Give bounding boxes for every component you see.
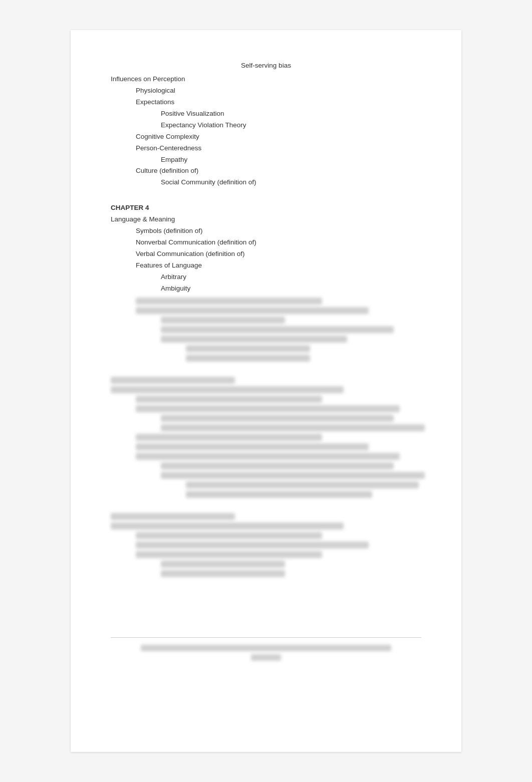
item-self-serving-bias: Self-serving bias <box>111 60 421 72</box>
page: Self-serving bias Influences on Percepti… <box>0 0 532 782</box>
item-expectations: Expectations <box>136 97 421 108</box>
footer-bar <box>111 637 421 661</box>
document: Self-serving bias Influences on Percepti… <box>71 30 461 752</box>
item-influences-on-perception: Influences on Perception <box>111 74 421 85</box>
item-expectancy-violation-theory: Expectancy Violation Theory <box>161 120 421 131</box>
item-ambiguity: Ambiguity <box>161 283 421 295</box>
item-positive-visualization: Positive Visualization <box>161 108 421 120</box>
blurred-section-3 <box>111 513 421 577</box>
chapter4-heading: CHAPTER 4 <box>111 202 421 214</box>
item-arbitrary: Arbitrary <box>161 272 421 283</box>
outline: Self-serving bias Influences on Percepti… <box>111 60 421 661</box>
item-verbal-comm: Verbal Communication (definition of) <box>136 248 421 260</box>
footer-blurred-content <box>111 645 421 661</box>
item-cognitive-complexity: Cognitive Complexity <box>136 131 421 143</box>
item-symbols: Symbols (definition of) <box>136 225 421 237</box>
item-features-of-language: Features of Language <box>136 260 421 272</box>
item-empathy: Empathy <box>161 154 421 166</box>
item-physiological: Physiological <box>136 85 421 97</box>
item-person-centeredness: Person-Centeredness <box>136 143 421 154</box>
item-nonverbal-comm: Nonverbal Communication (definition of) <box>136 237 421 248</box>
blurred-section-2 <box>111 377 421 498</box>
blurred-section-1 <box>111 298 421 362</box>
item-culture: Culture (definition of) <box>136 165 421 177</box>
item-language-meaning: Language & Meaning <box>111 214 421 225</box>
item-social-community: Social Community (definition of) <box>161 177 421 188</box>
